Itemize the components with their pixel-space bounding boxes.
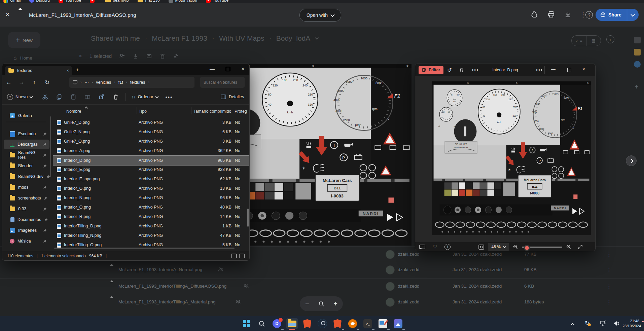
paste-icon[interactable] <box>70 94 76 100</box>
share-button[interactable]: Share <box>596 9 627 21</box>
search-input[interactable] <box>200 80 245 85</box>
fullscreen-icon[interactable] <box>578 245 583 250</box>
details-button[interactable]: Detalles <box>221 95 244 99</box>
help-icon[interactable]: ? <box>585 11 593 19</box>
file-row-interior-n[interactable]: Interior_N.pngArchivo PNG96 KBNo <box>53 193 250 203</box>
minimize-window-icon[interactable]: — <box>551 67 556 72</box>
download-icon[interactable] <box>133 53 139 59</box>
drive-new-button[interactable]: +New <box>8 32 40 48</box>
volume-icon[interactable] <box>614 321 620 326</box>
row-more-icon[interactable]: ⋮ <box>606 267 612 273</box>
file-row-interiortilling-d[interactable]: InteriorTilling_D.pngArchivo PNG1 KBNo <box>53 221 250 231</box>
delete-icon[interactable] <box>459 67 464 73</box>
rename-icon[interactable] <box>84 94 91 100</box>
sidebar-item-gallery[interactable]: Galería <box>4 111 49 120</box>
bookmark-gmail[interactable]: Gmail <box>3 0 21 3</box>
file-row-interior-d-selected[interactable]: Interior_D.pngArchivo PNG965 KBNo <box>53 155 250 166</box>
refresh-icon[interactable]: ↻ <box>41 79 53 86</box>
taskbar-blender[interactable] <box>347 318 358 329</box>
row-more-icon[interactable]: ⋮ <box>606 251 612 258</box>
bookmark-motornation[interactable]: MotorNation <box>169 0 197 3</box>
clock[interactable]: 21:48 23/10/2024 <box>622 319 639 329</box>
trash-icon[interactable] <box>159 53 166 59</box>
close-window-icon[interactable]: × <box>241 66 245 72</box>
taskbar-photos[interactable] <box>392 318 404 329</box>
zoom-slider[interactable] <box>522 247 562 248</box>
clear-selection-icon[interactable]: × <box>79 53 82 60</box>
list-view-icon[interactable]: ✓ ≡ <box>572 38 586 43</box>
file-row-interiortilling-n[interactable]: InteriorTilling_N.pngArchivo PNG47 KBNo <box>53 231 250 240</box>
zoom-out-icon[interactable]: − <box>305 300 309 308</box>
tray-chevron-icon[interactable] <box>571 322 574 328</box>
bookmark-youtube[interactable]: YouTube <box>59 0 81 3</box>
file-row-grille7-d[interactable]: Grille7_D.pngArchivo PNG3 KBNo <box>53 118 250 127</box>
sidebar-item-mods[interactable]: mods <box>4 183 49 192</box>
side-panel-add-icon[interactable]: + <box>635 83 639 91</box>
link-icon[interactable] <box>173 53 179 59</box>
horizontal-scrollbar[interactable] <box>54 248 235 249</box>
file-row-interior-o[interactable]: Interior_O.pngArchivo PNG40 KBNo <box>53 203 250 212</box>
details-view-icon[interactable] <box>231 254 237 258</box>
cut-icon[interactable] <box>42 94 48 100</box>
column-header-size[interactable]: Tamaño comprimido <box>193 109 231 114</box>
zoom-in-icon[interactable] <box>566 244 571 250</box>
sidebar-item-desktop[interactable]: Escritorio <box>4 129 49 139</box>
taskbar-brave-2[interactable] <box>332 318 343 329</box>
drive-file-row[interactable]: McLaren_F1_1993_InteriorA_Normal.png dza… <box>0 262 644 278</box>
column-header-name[interactable]: Nombre <box>66 109 81 114</box>
zoom-slider-knob[interactable] <box>524 245 530 251</box>
address-crumb-textures[interactable]: textures <box>130 80 145 85</box>
zoom-out-icon[interactable] <box>513 244 518 250</box>
address-bar[interactable]: ›⋯› vehicles› f1f› textures› <box>69 77 194 88</box>
sidebar-item-beamng-res[interactable]: BeamNG Res <box>4 150 49 160</box>
edit-button[interactable]: Editar <box>419 66 443 74</box>
explorer-search[interactable] <box>200 77 245 88</box>
side-panel-calendar-icon[interactable] <box>634 37 641 43</box>
list-scrollbar[interactable] <box>247 209 249 227</box>
taskbar-discord[interactable]: D <box>271 318 283 329</box>
view-toggle[interactable]: ✓ ≡ ▦ <box>571 35 601 46</box>
rotate-icon[interactable]: ↺ <box>447 67 452 73</box>
new-tab-icon[interactable]: + <box>76 67 79 73</box>
taskbar-file-explorer[interactable] <box>286 318 298 329</box>
share-icon[interactable] <box>99 94 105 100</box>
bookmark-discord[interactable]: Discord <box>29 0 50 3</box>
file-row-grille7-n[interactable]: Grille7_N.pngArchivo PNG6 KBNo <box>53 127 250 137</box>
large-icons-view-icon[interactable] <box>239 254 245 258</box>
breadcrumb-shared-with-me[interactable]: Shared with me <box>91 34 140 42</box>
breadcrumb-uv-maps[interactable]: With UV Maps <box>219 34 264 42</box>
share-dropdown-button[interactable] <box>627 9 639 21</box>
file-row-interior-a[interactable]: Interior_A.pngArchivo PNG362 KBNo <box>53 146 250 155</box>
address-crumb-vehicles[interactable]: vehicles <box>96 80 111 85</box>
sidebar-item-033[interactable]: 0.33 <box>4 204 49 214</box>
file-row-grille7-o[interactable]: Grille7_O.pngArchivo PNG3 KBNo <box>53 137 250 146</box>
sidebar-item-beamng-drive[interactable]: BeamNG.driv <box>4 172 49 181</box>
back-icon[interactable]: ← <box>2 79 15 86</box>
maximize-window-icon[interactable] <box>226 67 230 71</box>
rename-icon[interactable] <box>146 53 152 59</box>
start-button[interactable] <box>241 318 252 329</box>
row-more-icon[interactable]: ⋮ <box>606 283 612 290</box>
next-image-button[interactable] <box>626 155 637 166</box>
add-shortcut-icon[interactable] <box>530 10 538 19</box>
more-options-icon[interactable]: ••• <box>536 67 543 73</box>
more-toolbar-icon[interactable]: ••• <box>166 94 173 100</box>
up-icon[interactable]: ↑ <box>28 79 41 86</box>
breadcrumb-body-loda[interactable]: Body_lodA <box>276 34 311 42</box>
close-tab-icon[interactable]: × <box>67 68 69 73</box>
copy-icon[interactable] <box>56 94 62 100</box>
address-crumb-f1f[interactable]: f1f <box>118 80 123 85</box>
bookmark-folder-fiat[interactable]: Fiat 130 <box>138 0 159 3</box>
taskbar-search[interactable] <box>256 318 267 329</box>
sidebar-item-documents[interactable]: Documentos <box>4 215 49 224</box>
bookmark-youtube-3[interactable]: YouTube <box>206 0 228 3</box>
file-row-interior-g[interactable]: Interior_G.pngArchivo PNG13 KBNo <box>53 184 250 193</box>
network-icon[interactable] <box>600 321 607 326</box>
sidebar-item-screenshots[interactable]: screenshots <box>4 193 49 203</box>
drive-file-row[interactable]: McLaren_F1_1993_InteriorTillingA_Diffuse… <box>0 278 644 295</box>
delete-icon[interactable] <box>113 94 119 100</box>
breadcrumb-mclaren[interactable]: McLaren F1 1993 <box>152 34 207 42</box>
tab-textures[interactable]: textures × <box>5 66 72 75</box>
info-icon[interactable]: i <box>606 35 614 43</box>
close-preview-icon[interactable]: × <box>5 11 10 18</box>
